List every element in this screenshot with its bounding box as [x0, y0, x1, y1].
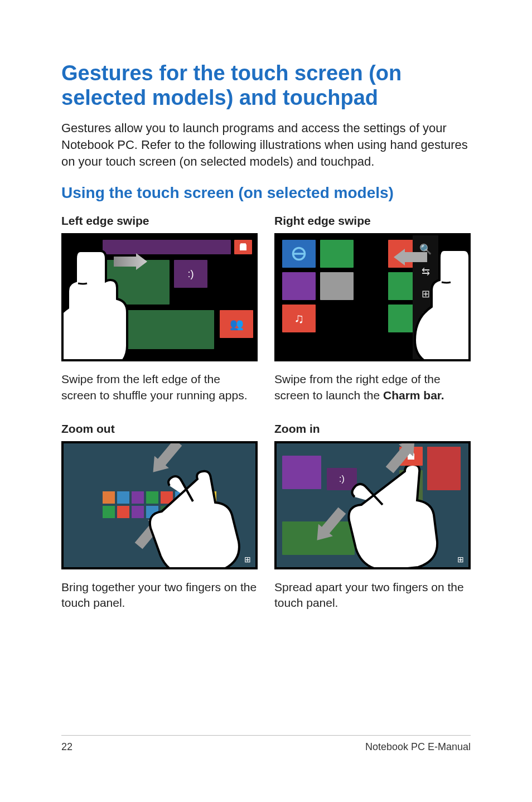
windows-icon: ⊞: [244, 555, 251, 564]
svg-marker-0: [114, 253, 147, 270]
svg-marker-2: [394, 249, 427, 265]
messaging-icon: :): [174, 260, 207, 288]
gesture-title: Right edge swipe: [274, 214, 471, 228]
page-title: Gestures for the touch screen (on select…: [61, 61, 471, 110]
illustration-zoom-out: ⊞: [61, 441, 258, 569]
page-number: 22: [61, 741, 72, 753]
illustration-right-edge-swipe: ♫ 🔍 ⇆ ⊞ 🖥 ⚙: [274, 233, 471, 361]
gesture-zoom-in: Zoom in :) ⊞: [274, 422, 471, 611]
gesture-description: Swipe from the right edge of the screen …: [274, 371, 471, 403]
gesture-zoom-out: Zoom out ⊞ Bring together your two finge…: [61, 422, 258, 611]
start-icon: ⊞: [422, 288, 430, 300]
svg-marker-3: [146, 441, 185, 479]
share-icon: ⇆: [422, 265, 430, 278]
gesture-right-edge: Right edge swipe ♫ 🔍 ⇆ ⊞ 🖥 ⚙: [274, 214, 471, 403]
windows-icon: ⊞: [457, 555, 464, 564]
illustration-zoom-in: :) ⊞: [274, 441, 471, 569]
headphones-icon: ♫: [282, 305, 316, 332]
swipe-arrow-icon: [114, 253, 147, 270]
tile-icon: [282, 272, 316, 300]
gesture-grid: Left edge swipe :) 👥 Swipe: [61, 214, 471, 611]
gesture-description: Spread apart your two fingers on the tou…: [274, 579, 471, 611]
gesture-title: Left edge swipe: [61, 214, 258, 228]
messaging-icon: :): [327, 468, 357, 490]
page-footer: 22 Notebook PC E-Manual: [61, 735, 471, 753]
ie-icon: [282, 240, 316, 268]
gesture-description: Bring together your two fingers on the t…: [61, 579, 258, 611]
gesture-title: Zoom in: [274, 422, 471, 436]
gesture-title: Zoom out: [61, 422, 258, 436]
gesture-description: Swipe from the left edge of the screen t…: [61, 371, 258, 403]
intro-paragraph: Gestures allow you to launch programs an…: [61, 120, 471, 170]
illustration-left-edge-swipe: :) 👥: [61, 233, 258, 361]
swipe-arrow-icon: [394, 249, 427, 265]
devices-icon: 🖥: [420, 310, 431, 322]
section-subtitle: Using the touch screen (on selected mode…: [61, 184, 471, 202]
gesture-left-edge: Left edge swipe :) 👥 Swipe: [61, 214, 258, 403]
pinch-arrow-icon: [146, 441, 185, 479]
store-icon: [234, 240, 252, 254]
settings-icon: ⚙: [421, 332, 430, 344]
people-icon: 👥: [220, 310, 253, 338]
document-title: Notebook PC E-Manual: [365, 741, 471, 753]
